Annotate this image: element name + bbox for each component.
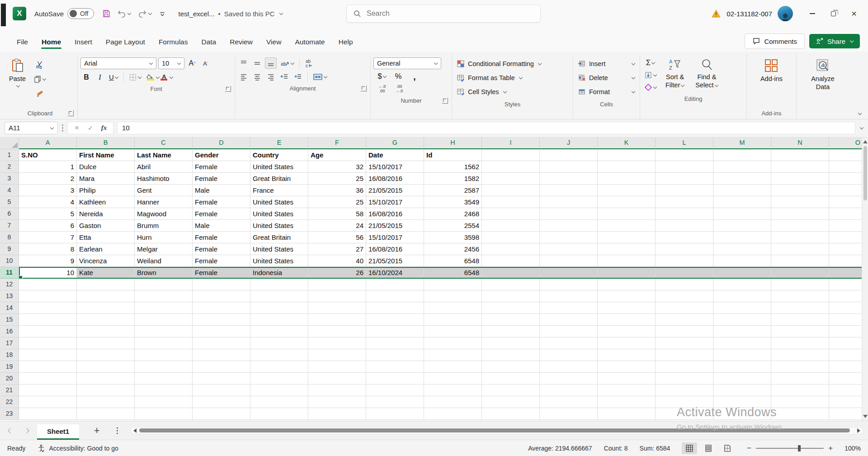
cell-H4[interactable]: 2587 <box>424 185 482 196</box>
cell-C5[interactable]: Hanner <box>135 196 193 208</box>
cell-G9[interactable]: 16/08/2016 <box>366 243 424 255</box>
cell-I8[interactable] <box>482 232 540 243</box>
undo-dropdown-icon[interactable] <box>127 11 131 15</box>
cell-H14[interactable] <box>424 302 482 314</box>
formula-input[interactable]: 10 <box>117 122 855 134</box>
collapse-ribbon-icon[interactable] <box>858 111 862 115</box>
cell-K3[interactable] <box>598 173 656 185</box>
cell-L17[interactable] <box>656 337 713 349</box>
cell-H2[interactable]: 1562 <box>424 161 482 173</box>
cell-I13[interactable] <box>482 290 540 302</box>
decrease-indent-button[interactable] <box>278 71 290 82</box>
cell-B19[interactable] <box>77 361 135 373</box>
merge-dropdown-icon[interactable] <box>324 74 327 78</box>
cell-N12[interactable] <box>771 279 829 290</box>
cell-N7[interactable] <box>771 220 829 232</box>
add-ins-button[interactable]: Add-ins <box>757 55 786 107</box>
cell-E6[interactable]: United States <box>250 208 308 220</box>
cell-K20[interactable] <box>598 373 656 385</box>
cell-A12[interactable] <box>19 279 77 290</box>
cell-E12[interactable] <box>250 279 308 290</box>
undo-button[interactable] <box>117 9 131 19</box>
cell-I16[interactable] <box>482 326 540 337</box>
cell-G14[interactable] <box>366 302 424 314</box>
row-header-8[interactable]: 8 <box>0 232 19 243</box>
cell-J8[interactable] <box>540 232 598 243</box>
cell-F19[interactable] <box>308 361 366 373</box>
row-header-22[interactable]: 22 <box>0 396 19 408</box>
cell-K6[interactable] <box>598 208 656 220</box>
cell-K22[interactable] <box>598 396 656 408</box>
cell-B4[interactable]: Philip <box>77 185 135 196</box>
cell-I17[interactable] <box>482 337 540 349</box>
select-all-button[interactable] <box>0 138 19 149</box>
sort-filter-button[interactable]: AZ Sort &Filter <box>662 55 688 93</box>
share-dropdown-icon[interactable] <box>850 39 854 43</box>
cell-D23[interactable] <box>193 408 250 420</box>
cell-I2[interactable] <box>482 161 540 173</box>
cell-D15[interactable] <box>193 314 250 326</box>
cell-N5[interactable] <box>771 196 829 208</box>
cell-C23[interactable] <box>135 408 193 420</box>
currency-button[interactable]: $ <box>376 71 388 82</box>
number-dialog-launcher-icon[interactable] <box>442 98 448 104</box>
cell-M4[interactable] <box>713 185 771 196</box>
cell-E14[interactable] <box>250 302 308 314</box>
cell-D18[interactable] <box>193 349 250 361</box>
cell-G16[interactable] <box>366 326 424 337</box>
expand-formula-bar-icon[interactable] <box>860 125 863 129</box>
cell-C11[interactable]: Brown <box>135 267 193 279</box>
cell-D2[interactable]: Female <box>193 161 250 173</box>
cell-I23[interactable] <box>482 408 540 420</box>
shrink-font-button[interactable]: Aˇ <box>200 58 212 69</box>
cell-C4[interactable]: Gent <box>135 185 193 196</box>
cell-E15[interactable] <box>250 314 308 326</box>
cell-K21[interactable] <box>598 385 656 396</box>
cell-C19[interactable] <box>135 361 193 373</box>
cell-J19[interactable] <box>540 361 598 373</box>
row-header-2[interactable]: 2 <box>0 161 19 173</box>
cell-F21[interactable] <box>308 385 366 396</box>
cell-C14[interactable] <box>135 302 193 314</box>
cell-G4[interactable]: 21/05/2015 <box>366 185 424 196</box>
cell-A6[interactable]: 5 <box>19 208 77 220</box>
cell-B17[interactable] <box>77 337 135 349</box>
cell-D10[interactable]: Female <box>193 255 250 267</box>
cell-F1[interactable]: Age <box>308 149 366 161</box>
row-header-15[interactable]: 15 <box>0 314 19 326</box>
cell-D5[interactable]: Female <box>193 196 250 208</box>
cell-D1[interactable]: Gender <box>193 149 250 161</box>
cell-A23[interactable] <box>19 408 77 420</box>
row-header-16[interactable]: 16 <box>0 326 19 337</box>
cell-K14[interactable] <box>598 302 656 314</box>
cell-E18[interactable] <box>250 349 308 361</box>
conditional-formatting-button[interactable]: Conditional Formatting <box>455 57 570 70</box>
tab-insert[interactable]: Insert <box>69 34 98 52</box>
cell-H22[interactable] <box>424 396 482 408</box>
cell-G19[interactable] <box>366 361 424 373</box>
minimize-button[interactable] <box>802 5 823 23</box>
cell-K5[interactable] <box>598 196 656 208</box>
cell-N16[interactable] <box>771 326 829 337</box>
cell-G8[interactable]: 15/10/2017 <box>366 232 424 243</box>
cell-D6[interactable]: Female <box>193 208 250 220</box>
cell-E8[interactable]: Great Britain <box>250 232 308 243</box>
cell-K13[interactable] <box>598 290 656 302</box>
zoom-out-button[interactable]: − <box>747 444 751 453</box>
cell-N11[interactable] <box>771 267 829 279</box>
cell-M9[interactable] <box>713 243 771 255</box>
cell-H5[interactable]: 3549 <box>424 196 482 208</box>
tab-automate[interactable]: Automate <box>289 34 330 52</box>
cell-D14[interactable] <box>193 302 250 314</box>
cell-B13[interactable] <box>77 290 135 302</box>
underline-button[interactable]: U <box>108 71 120 83</box>
cell-A17[interactable] <box>19 337 77 349</box>
fill-dropdown-icon[interactable] <box>653 72 657 76</box>
cell-B5[interactable]: Kathleen <box>77 196 135 208</box>
cell-A3[interactable]: 2 <box>19 173 77 185</box>
cell-N23[interactable] <box>771 408 829 420</box>
cell-N22[interactable] <box>771 396 829 408</box>
cell-B11[interactable]: Kate <box>77 267 135 279</box>
cell-E13[interactable] <box>250 290 308 302</box>
cell-M20[interactable] <box>713 373 771 385</box>
